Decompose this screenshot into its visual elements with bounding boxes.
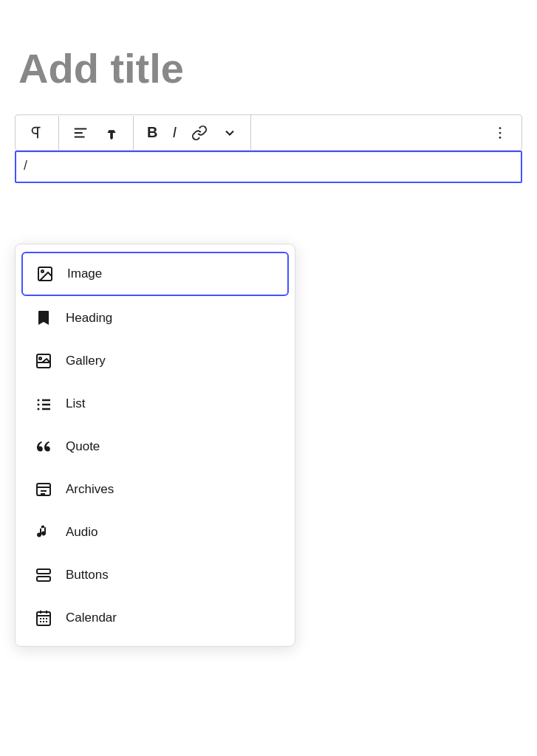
svg-rect-22 — [37, 577, 50, 581]
svg-point-7 — [41, 270, 44, 272]
archives-icon — [33, 479, 54, 500]
menu-item-gallery[interactable]: Gallery — [21, 340, 289, 382]
menu-label-list: List — [66, 396, 85, 411]
svg-point-5 — [499, 137, 502, 139]
bold-button[interactable]: B — [143, 121, 162, 144]
bold-label: B — [147, 124, 157, 141]
menu-label-audio: Audio — [66, 525, 98, 540]
menu-item-calendar[interactable]: Calendar — [21, 597, 289, 639]
content-input[interactable]: / — [15, 151, 522, 183]
menu-item-archives[interactable]: Archives — [21, 469, 289, 510]
editor-area: Add title — [0, 0, 537, 756]
svg-point-13 — [38, 404, 40, 406]
svg-point-3 — [499, 127, 502, 129]
audio-icon — [33, 522, 54, 543]
menu-label-gallery: Gallery — [66, 354, 106, 368]
menu-label-calendar: Calendar — [66, 611, 117, 625]
more-options-button[interactable] — [488, 122, 513, 144]
toolbar-group-align — [59, 116, 134, 150]
page-title[interactable]: Add title — [15, 44, 522, 92]
heading-icon — [33, 308, 54, 329]
calendar-icon — [33, 608, 54, 628]
toolbar-group-paragraph — [16, 116, 59, 150]
buttons-icon — [33, 565, 54, 585]
menu-item-quote[interactable]: Quote — [21, 426, 289, 467]
list-icon — [33, 394, 54, 414]
toolbar-group-format: B I — [134, 115, 251, 150]
menu-label-archives: Archives — [66, 482, 114, 497]
pin-button[interactable] — [99, 122, 124, 144]
slash-input: / — [24, 158, 27, 173]
menu-item-audio[interactable]: Audio — [21, 512, 289, 553]
svg-point-4 — [499, 131, 502, 134]
menu-item-heading[interactable]: Heading — [21, 298, 289, 339]
svg-point-15 — [38, 408, 40, 410]
svg-point-10 — [39, 357, 41, 360]
link-button[interactable] — [187, 122, 212, 144]
italic-button[interactable]: I — [168, 121, 181, 144]
chevron-down-button[interactable] — [218, 123, 242, 143]
image-icon — [35, 264, 55, 284]
gallery-icon — [33, 351, 54, 371]
menu-label-image: Image — [67, 267, 102, 281]
toolbar-group-more — [479, 116, 521, 150]
svg-rect-21 — [37, 569, 50, 574]
quote-icon — [33, 436, 54, 457]
align-button[interactable] — [68, 122, 93, 144]
toolbar: B I — [15, 114, 522, 151]
menu-item-image[interactable]: Image — [21, 252, 289, 296]
block-type-menu: Image Heading Gallery — [15, 244, 295, 647]
menu-item-list[interactable]: List — [21, 383, 289, 425]
italic-label: I — [172, 124, 177, 141]
menu-label-heading: Heading — [66, 311, 112, 326]
svg-point-11 — [38, 399, 40, 402]
menu-item-buttons[interactable]: Buttons — [21, 554, 289, 596]
menu-label-quote: Quote — [66, 439, 100, 454]
paragraph-icon-button[interactable] — [24, 122, 49, 144]
menu-label-buttons: Buttons — [66, 568, 109, 583]
